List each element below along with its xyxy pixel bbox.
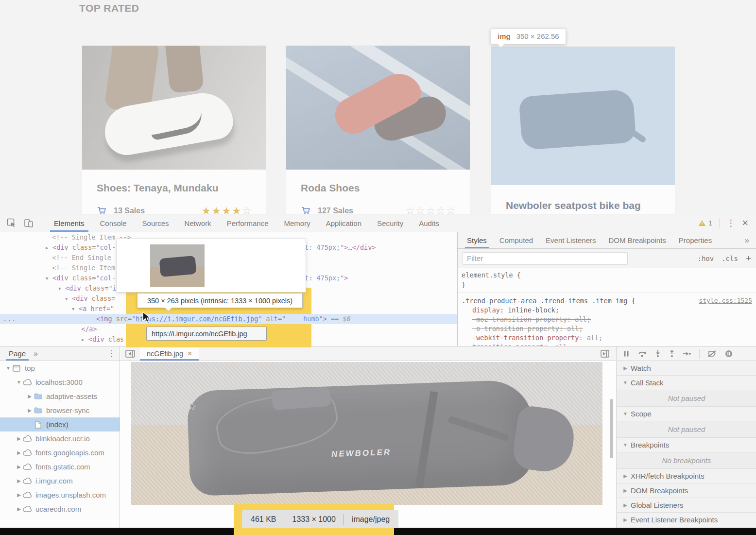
toggle-class-button[interactable]: .cls	[722, 255, 738, 262]
devtools-tab-audits[interactable]: Audits	[411, 214, 447, 232]
caret-closed-icon[interactable]: ▶	[16, 506, 22, 512]
debugger-section-watch[interactable]: ▶Watch	[617, 361, 756, 376]
code-token: ">	[340, 273, 348, 283]
folder-icon	[33, 392, 43, 401]
tree-item-adaptive-assets[interactable]: ▶adaptive-assets	[0, 389, 120, 403]
inspect-element-icon[interactable]	[6, 218, 17, 228]
info-divider	[344, 514, 344, 525]
pause-on-exceptions-icon[interactable]	[725, 350, 733, 358]
toggle-hover-state-button[interactable]: :hov	[697, 255, 714, 262]
devtools-tab-network[interactable]: Network	[177, 214, 219, 232]
show-debugger-pane-icon[interactable]	[601, 350, 609, 358]
product-card-newboler-bag[interactable]: Newboler seatpost bike bag	[491, 46, 675, 214]
caret-closed-icon[interactable]: ▶	[16, 492, 22, 498]
tree-item-i-imgur-com[interactable]: ▶i.imgur.com	[0, 474, 120, 488]
styles-more-tabs-chevron[interactable]: »	[741, 232, 753, 248]
css-property-name: -moz-transition-property	[472, 315, 567, 323]
styles-tab-event-listeners[interactable]: Event Listeners	[539, 232, 602, 248]
cloud-icon	[22, 491, 32, 500]
tree-item--index-[interactable]: (index)	[0, 417, 120, 431]
tree-item-label: browser-sync	[46, 406, 89, 414]
debugger-section-call-stack[interactable]: ▼Call Stack	[617, 376, 756, 390]
sales-count: 127 Sales	[318, 207, 353, 214]
debugger-section-note: Not paused	[617, 390, 756, 407]
device-toolbar-icon[interactable]	[23, 218, 34, 228]
pause-script-icon[interactable]	[623, 350, 630, 357]
devtools-tab-sources[interactable]: Sources	[135, 214, 177, 232]
tree-item-fonts-gstatic-com[interactable]: ▶fonts.gstatic.com	[0, 460, 120, 474]
debugger-section-label: Call Stack	[631, 379, 664, 387]
tree-item-localhost-3000[interactable]: ▼localhost:3000	[0, 375, 120, 389]
styles-tab-properties[interactable]: Properties	[672, 232, 718, 248]
css-property-transition-property[interactable]: transition-property: all;	[458, 343, 756, 346]
caret-closed-icon[interactable]: ▶	[16, 464, 22, 469]
debugger-section-xhr-fetch-breakpoints[interactable]: ▶XHR/fetch Breakpoints	[617, 469, 756, 483]
step-into-icon[interactable]	[655, 350, 661, 357]
styles-tab-styles[interactable]: Styles	[461, 232, 493, 248]
code-token: humb	[303, 314, 319, 324]
caret-closed-icon[interactable]: ▶	[16, 478, 22, 483]
tree-item-ucarecdn-com[interactable]: ▶ucarecdn.com	[0, 502, 120, 516]
editor-tab-ncgefib[interactable]: ncGEfib.jpg ×	[140, 346, 199, 361]
debugger-section-breakpoints[interactable]: ▼Breakpoints	[617, 438, 756, 452]
devtools-menu-icon[interactable]: ⋮	[726, 219, 735, 227]
devtools-tab-console[interactable]: Console	[92, 214, 135, 232]
tree-item-blinkloader-ucr-io[interactable]: ▶blinkloader.ucr.io	[0, 431, 120, 446]
element-style-rule[interactable]: element.style {	[458, 270, 756, 280]
navigator-tab-page[interactable]: Page	[4, 346, 31, 361]
navigator-more-tabs-chevron[interactable]: »	[34, 349, 38, 358]
image-src-link[interactable]: https://i.imgur.com/ncGEfib.jpg	[136, 314, 258, 324]
caret-closed-icon[interactable]: ▶	[26, 408, 33, 413]
devtools-tab-application[interactable]: Application	[318, 214, 369, 232]
hide-navigator-icon[interactable]	[125, 350, 135, 358]
tab-close-icon[interactable]: ×	[188, 349, 192, 358]
devtools-close-icon[interactable]: ×	[742, 218, 748, 228]
new-style-rule-button[interactable]: +	[746, 253, 751, 264]
navigator-overflow-menu-icon[interactable]: ⋮	[107, 348, 116, 359]
tree-item-images-unsplash-com[interactable]: ▶images.unsplash.com	[0, 488, 120, 502]
caret-open-icon[interactable]: ▼	[16, 380, 22, 385]
debugger-section-note: No breakpoints	[617, 452, 756, 469]
caret-closed-icon[interactable]: ▶	[16, 436, 22, 441]
styles-tab-computed[interactable]: Computed	[493, 232, 539, 248]
debugger-section-event-listener-breakpoints[interactable]: ▶Event Listener Breakpoints	[617, 513, 756, 527]
step-icon[interactable]	[683, 351, 691, 357]
product-card-shoes-tenaya[interactable]: Shoes: Tenaya, Mundaku 13 Sales ★★★★☆	[82, 45, 266, 214]
caret-closed-icon[interactable]: ▶	[16, 450, 22, 455]
debugger-section-scope[interactable]: ▼Scope	[617, 407, 756, 421]
console-warning-indicator[interactable]: 1	[698, 219, 712, 227]
styles-filter-input[interactable]	[463, 252, 628, 265]
stylesheet-source-link[interactable]: style.css:1525	[699, 296, 752, 306]
devtools-tab-elements[interactable]: Elements	[46, 214, 92, 232]
editor-scrollbar-thumb[interactable]	[610, 399, 613, 458]
caret-closed-icon[interactable]: ▶	[26, 394, 33, 399]
dom-node-img-selected[interactable]: ...<img src="https://i.imgur.com/ncGEfib…	[0, 314, 457, 324]
code-token: ="	[278, 314, 286, 324]
tree-item-browser-sync[interactable]: ▶browser-sync	[0, 403, 120, 417]
cloud-icon	[22, 378, 32, 387]
step-out-icon[interactable]	[669, 350, 675, 357]
tree-item-fonts-googleapis-com[interactable]: ▶fonts.googleapis.com	[0, 446, 120, 460]
product-card-roda-shoes[interactable]: Roda Shoes 127 Sales ☆☆☆☆☆	[286, 45, 470, 214]
css-property--webkit-transition-property[interactable]: -webkit-transition-property: all;	[458, 333, 756, 343]
devtools-tab-memory[interactable]: Memory	[276, 214, 318, 232]
devtools-tab-security[interactable]: Security	[369, 214, 411, 232]
inspect-dimensions: 350 × 262.56	[516, 32, 559, 40]
devtools-tab-performance[interactable]: Performance	[219, 214, 276, 232]
css-property--o-transition-property[interactable]: -o-transition-property: all;	[458, 324, 756, 333]
code-token: =	[111, 293, 115, 304]
code-token: <div	[72, 293, 92, 304]
star-empty-icon: ☆	[436, 205, 446, 214]
debugger-section-global-listeners[interactable]: ▶Global Listeners	[617, 498, 756, 513]
caret-open-icon[interactable]: ▼	[5, 365, 12, 371]
deactivate-breakpoints-icon[interactable]	[708, 350, 717, 357]
css-property--moz-transition-property[interactable]: -moz-transition-property: all;	[458, 315, 756, 324]
tree-item-top[interactable]: ▼top	[0, 361, 120, 375]
css-property-display[interactable]: display: inline-block;	[458, 306, 756, 315]
styles-tab-dom-breakpoints[interactable]: DOM Breakpoints	[602, 232, 672, 248]
tree-item-label: top	[25, 364, 35, 372]
debugger-section-dom-breakpoints[interactable]: ▶DOM Breakpoints	[617, 483, 756, 498]
code-token: <!-- End Single	[52, 253, 111, 263]
code-token: </div>	[352, 242, 376, 253]
step-over-icon[interactable]	[638, 350, 647, 357]
